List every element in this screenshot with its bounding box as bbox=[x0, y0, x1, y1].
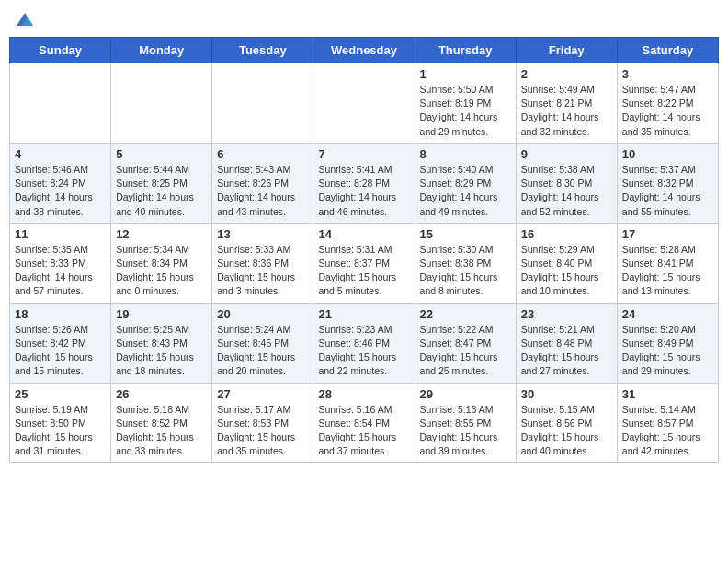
calendar-cell bbox=[313, 63, 415, 144]
calendar-cell: 7Sunrise: 5:41 AM Sunset: 8:28 PM Daylig… bbox=[313, 143, 415, 223]
calendar-cell: 6Sunrise: 5:43 AM Sunset: 8:26 PM Daylig… bbox=[212, 143, 313, 223]
calendar-cell bbox=[10, 63, 111, 144]
day-number: 11 bbox=[15, 227, 106, 241]
day-number: 30 bbox=[521, 387, 612, 401]
calendar-week-row: 11Sunrise: 5:35 AM Sunset: 8:33 PM Dayli… bbox=[10, 223, 719, 303]
calendar-cell: 11Sunrise: 5:35 AM Sunset: 8:33 PM Dayli… bbox=[10, 223, 111, 303]
day-info: Sunrise: 5:22 AM Sunset: 8:47 PM Dayligh… bbox=[420, 323, 511, 379]
calendar-week-row: 4Sunrise: 5:46 AM Sunset: 8:24 PM Daylig… bbox=[10, 143, 719, 223]
calendar-table: SundayMondayTuesdayWednesdayThursdayFrid… bbox=[9, 37, 719, 463]
calendar-cell: 1Sunrise: 5:50 AM Sunset: 8:19 PM Daylig… bbox=[415, 63, 516, 144]
day-number: 4 bbox=[15, 147, 106, 161]
weekday-header-thursday: Thursday bbox=[415, 38, 516, 63]
day-info: Sunrise: 5:15 AM Sunset: 8:56 PM Dayligh… bbox=[521, 403, 612, 459]
day-number: 28 bbox=[318, 387, 409, 401]
calendar-cell: 15Sunrise: 5:30 AM Sunset: 8:38 PM Dayli… bbox=[415, 223, 516, 303]
calendar-cell: 10Sunrise: 5:37 AM Sunset: 8:32 PM Dayli… bbox=[617, 143, 718, 223]
day-number: 20 bbox=[217, 307, 308, 321]
calendar-cell: 25Sunrise: 5:19 AM Sunset: 8:50 PM Dayli… bbox=[10, 383, 111, 463]
weekday-header-sunday: Sunday bbox=[10, 38, 111, 63]
day-number: 9 bbox=[521, 147, 612, 161]
day-info: Sunrise: 5:35 AM Sunset: 8:33 PM Dayligh… bbox=[15, 243, 106, 299]
weekday-header-friday: Friday bbox=[516, 38, 617, 63]
calendar-cell: 19Sunrise: 5:25 AM Sunset: 8:43 PM Dayli… bbox=[111, 303, 212, 383]
day-number: 10 bbox=[622, 147, 713, 161]
calendar-cell: 5Sunrise: 5:44 AM Sunset: 8:25 PM Daylig… bbox=[111, 143, 212, 223]
day-number: 22 bbox=[420, 307, 511, 321]
day-info: Sunrise: 5:20 AM Sunset: 8:49 PM Dayligh… bbox=[622, 323, 713, 379]
calendar-cell: 24Sunrise: 5:20 AM Sunset: 8:49 PM Dayli… bbox=[617, 303, 718, 383]
calendar-cell: 31Sunrise: 5:14 AM Sunset: 8:57 PM Dayli… bbox=[617, 383, 718, 463]
calendar-cell: 26Sunrise: 5:18 AM Sunset: 8:52 PM Dayli… bbox=[111, 383, 212, 463]
calendar-cell: 17Sunrise: 5:28 AM Sunset: 8:41 PM Dayli… bbox=[617, 223, 718, 303]
day-info: Sunrise: 5:41 AM Sunset: 8:28 PM Dayligh… bbox=[318, 163, 409, 219]
calendar-cell: 30Sunrise: 5:15 AM Sunset: 8:56 PM Dayli… bbox=[516, 383, 617, 463]
day-info: Sunrise: 5:30 AM Sunset: 8:38 PM Dayligh… bbox=[420, 243, 511, 299]
day-info: Sunrise: 5:14 AM Sunset: 8:57 PM Dayligh… bbox=[622, 403, 713, 459]
calendar-cell: 9Sunrise: 5:38 AM Sunset: 8:30 PM Daylig… bbox=[516, 143, 617, 223]
weekday-header-monday: Monday bbox=[111, 38, 212, 63]
day-info: Sunrise: 5:17 AM Sunset: 8:53 PM Dayligh… bbox=[217, 403, 308, 459]
calendar-cell bbox=[111, 63, 212, 144]
day-number: 14 bbox=[318, 227, 409, 241]
day-number: 1 bbox=[420, 67, 511, 81]
calendar-cell: 13Sunrise: 5:33 AM Sunset: 8:36 PM Dayli… bbox=[212, 223, 313, 303]
weekday-header-saturday: Saturday bbox=[617, 38, 718, 63]
calendar-cell: 23Sunrise: 5:21 AM Sunset: 8:48 PM Dayli… bbox=[516, 303, 617, 383]
day-number: 29 bbox=[420, 387, 511, 401]
day-number: 7 bbox=[318, 147, 409, 161]
day-number: 24 bbox=[622, 307, 713, 321]
day-number: 19 bbox=[116, 307, 207, 321]
weekday-header-tuesday: Tuesday bbox=[212, 38, 313, 63]
day-info: Sunrise: 5:37 AM Sunset: 8:32 PM Dayligh… bbox=[622, 163, 713, 219]
day-number: 16 bbox=[521, 227, 612, 241]
calendar-week-row: 18Sunrise: 5:26 AM Sunset: 8:42 PM Dayli… bbox=[10, 303, 719, 383]
day-info: Sunrise: 5:21 AM Sunset: 8:48 PM Dayligh… bbox=[521, 323, 612, 379]
page-header bbox=[9, 9, 719, 29]
day-info: Sunrise: 5:28 AM Sunset: 8:41 PM Dayligh… bbox=[622, 243, 713, 299]
day-info: Sunrise: 5:16 AM Sunset: 8:54 PM Dayligh… bbox=[318, 403, 409, 459]
day-number: 12 bbox=[116, 227, 207, 241]
day-info: Sunrise: 5:26 AM Sunset: 8:42 PM Dayligh… bbox=[15, 323, 106, 379]
day-number: 3 bbox=[622, 67, 713, 81]
day-info: Sunrise: 5:19 AM Sunset: 8:50 PM Dayligh… bbox=[15, 403, 106, 459]
day-info: Sunrise: 5:23 AM Sunset: 8:46 PM Dayligh… bbox=[318, 323, 409, 379]
calendar-cell: 16Sunrise: 5:29 AM Sunset: 8:40 PM Dayli… bbox=[516, 223, 617, 303]
day-info: Sunrise: 5:29 AM Sunset: 8:40 PM Dayligh… bbox=[521, 243, 612, 299]
logo bbox=[13, 9, 35, 29]
day-number: 13 bbox=[217, 227, 308, 241]
day-number: 6 bbox=[217, 147, 308, 161]
day-number: 8 bbox=[420, 147, 511, 161]
calendar-week-row: 25Sunrise: 5:19 AM Sunset: 8:50 PM Dayli… bbox=[10, 383, 719, 463]
weekday-header-row: SundayMondayTuesdayWednesdayThursdayFrid… bbox=[10, 38, 719, 63]
day-number: 25 bbox=[15, 387, 106, 401]
calendar-cell: 14Sunrise: 5:31 AM Sunset: 8:37 PM Dayli… bbox=[313, 223, 415, 303]
day-info: Sunrise: 5:43 AM Sunset: 8:26 PM Dayligh… bbox=[217, 163, 308, 219]
day-number: 26 bbox=[116, 387, 207, 401]
day-info: Sunrise: 5:24 AM Sunset: 8:45 PM Dayligh… bbox=[217, 323, 308, 379]
calendar-cell bbox=[212, 63, 313, 144]
weekday-header-wednesday: Wednesday bbox=[313, 38, 415, 63]
calendar-cell: 4Sunrise: 5:46 AM Sunset: 8:24 PM Daylig… bbox=[10, 143, 111, 223]
calendar-cell: 18Sunrise: 5:26 AM Sunset: 8:42 PM Dayli… bbox=[10, 303, 111, 383]
calendar-cell: 22Sunrise: 5:22 AM Sunset: 8:47 PM Dayli… bbox=[415, 303, 516, 383]
day-info: Sunrise: 5:18 AM Sunset: 8:52 PM Dayligh… bbox=[116, 403, 207, 459]
day-info: Sunrise: 5:33 AM Sunset: 8:36 PM Dayligh… bbox=[217, 243, 308, 299]
calendar-cell: 28Sunrise: 5:16 AM Sunset: 8:54 PM Dayli… bbox=[313, 383, 415, 463]
calendar-cell: 27Sunrise: 5:17 AM Sunset: 8:53 PM Dayli… bbox=[212, 383, 313, 463]
day-number: 15 bbox=[420, 227, 511, 241]
calendar-week-row: 1Sunrise: 5:50 AM Sunset: 8:19 PM Daylig… bbox=[10, 63, 719, 144]
calendar-cell: 21Sunrise: 5:23 AM Sunset: 8:46 PM Dayli… bbox=[313, 303, 415, 383]
day-info: Sunrise: 5:50 AM Sunset: 8:19 PM Dayligh… bbox=[420, 83, 511, 139]
calendar-cell: 29Sunrise: 5:16 AM Sunset: 8:55 PM Dayli… bbox=[415, 383, 516, 463]
calendar-cell: 20Sunrise: 5:24 AM Sunset: 8:45 PM Dayli… bbox=[212, 303, 313, 383]
day-number: 2 bbox=[521, 67, 612, 81]
day-number: 27 bbox=[217, 387, 308, 401]
day-info: Sunrise: 5:46 AM Sunset: 8:24 PM Dayligh… bbox=[15, 163, 106, 219]
day-info: Sunrise: 5:49 AM Sunset: 8:21 PM Dayligh… bbox=[521, 83, 612, 139]
day-number: 17 bbox=[622, 227, 713, 241]
day-info: Sunrise: 5:44 AM Sunset: 8:25 PM Dayligh… bbox=[116, 163, 207, 219]
logo-icon bbox=[15, 9, 35, 29]
day-info: Sunrise: 5:16 AM Sunset: 8:55 PM Dayligh… bbox=[420, 403, 511, 459]
day-number: 23 bbox=[521, 307, 612, 321]
